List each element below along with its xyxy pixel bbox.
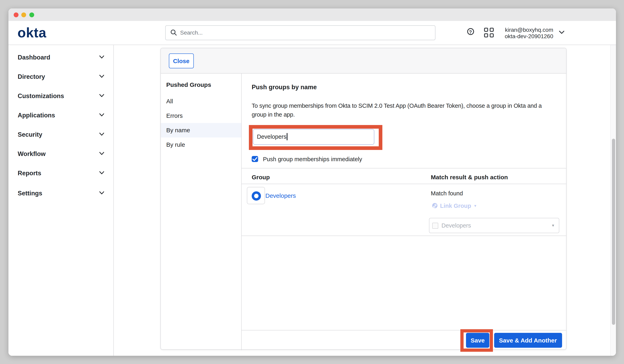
subnav-item-by-name[interactable]: By name <box>161 123 241 137</box>
chevron-down-icon <box>99 133 104 136</box>
column-header-match: Match result & push action <box>431 174 508 180</box>
main-content-area: Close Pushed Groups All Errors By name B… <box>114 45 616 356</box>
app-group-selected-value: Developers <box>442 222 471 229</box>
annotation-box-save <box>460 329 493 352</box>
save-add-another-button[interactable]: Save & Add Another <box>494 333 562 348</box>
search-input[interactable]: Search... <box>165 25 435 40</box>
app-group-select[interactable]: Developers ▼ <box>429 218 559 233</box>
link-group-button[interactable]: Link Group ▼ <box>432 201 477 210</box>
content-heading: Push groups by name <box>252 83 317 91</box>
browser-window: okta Search... ? kiran@boxyhq.com okta-d… <box>8 8 616 356</box>
apps-grid-icon[interactable] <box>484 27 494 37</box>
account-email: kiran@boxyhq.com <box>505 26 553 33</box>
match-status: Match found <box>431 190 463 197</box>
subnav-title: Pushed Groups <box>166 81 211 88</box>
chevron-down-icon <box>99 113 104 117</box>
push-by-name-content: Push groups by name To sync group member… <box>241 73 566 350</box>
close-button[interactable]: Close <box>169 53 194 68</box>
subnav-item-errors[interactable]: Errors <box>161 108 241 123</box>
sidebar-item-directory[interactable]: Directory <box>8 67 114 86</box>
sidebar-item-reports[interactable]: Reports <box>8 164 114 183</box>
group-name-link[interactable]: Developers <box>265 192 296 199</box>
subnav-item-all[interactable]: All <box>161 94 241 108</box>
table-top-border <box>241 168 566 168</box>
minimize-window-button[interactable] <box>21 12 26 17</box>
sidebar-nav: Dashboard Directory Customizations Appli… <box>8 45 114 356</box>
account-menu[interactable]: kiran@boxyhq.com okta-dev-20901260 <box>505 26 553 39</box>
okta-logo: okta <box>18 26 47 38</box>
account-chevron-icon[interactable] <box>559 30 564 34</box>
chevron-down-icon <box>99 75 104 78</box>
scrollbar-thumb[interactable] <box>612 139 615 325</box>
table-header-border <box>241 183 566 184</box>
chevron-down-icon <box>99 55 104 59</box>
group-icon <box>252 191 261 200</box>
window-titlebar <box>8 8 616 21</box>
link-group-caret-icon: ▼ <box>474 204 477 208</box>
pushed-groups-subnav: Pushed Groups All Errors By name By rule <box>161 73 241 350</box>
push-groups-panel: Close Pushed Groups All Errors By name B… <box>160 48 566 350</box>
account-org: okta-dev-20901260 <box>505 33 553 39</box>
chevron-down-icon <box>99 171 104 175</box>
zoom-window-button[interactable] <box>29 12 34 17</box>
search-placeholder: Search... <box>180 29 203 36</box>
app-group-placeholder-icon <box>432 223 438 229</box>
content-description: To sync group memberships from Okta to S… <box>252 101 554 119</box>
search-icon <box>170 29 177 36</box>
scrollbar-track[interactable] <box>610 45 616 356</box>
group-icon-frame <box>247 187 265 204</box>
annotation-box-input <box>249 125 382 150</box>
sidebar-item-customizations[interactable]: Customizations <box>8 86 114 106</box>
chevron-down-icon <box>99 191 104 195</box>
column-header-group: Group <box>252 174 270 180</box>
help-icon[interactable]: ? <box>467 28 474 35</box>
sidebar-item-settings[interactable]: Settings <box>8 184 114 203</box>
chevron-down-icon <box>99 152 104 155</box>
sidebar-item-dashboard[interactable]: Dashboard <box>8 48 114 67</box>
push-immediately-checkbox[interactable] <box>252 156 258 162</box>
sidebar-item-applications[interactable]: Applications <box>8 106 114 125</box>
push-immediately-label: Push group memberships immediately <box>263 156 362 162</box>
sidebar-item-security[interactable]: Security <box>8 125 114 144</box>
top-header: okta Search... ? kiran@boxyhq.com okta-d… <box>8 21 616 45</box>
panel-toolbar: Close <box>161 48 566 73</box>
link-icon <box>432 203 437 208</box>
footer-border <box>241 330 566 330</box>
link-group-label: Link Group <box>440 202 471 209</box>
subnav-item-by-rule[interactable]: By rule <box>161 137 241 152</box>
desktop-background: okta Search... ? kiran@boxyhq.com okta-d… <box>0 0 624 364</box>
sidebar-item-workflow[interactable]: Workflow <box>8 144 114 164</box>
select-caret-icon: ▼ <box>551 224 555 228</box>
table-row-border <box>241 235 566 236</box>
chevron-down-icon <box>99 94 104 97</box>
close-window-button[interactable] <box>13 12 18 17</box>
